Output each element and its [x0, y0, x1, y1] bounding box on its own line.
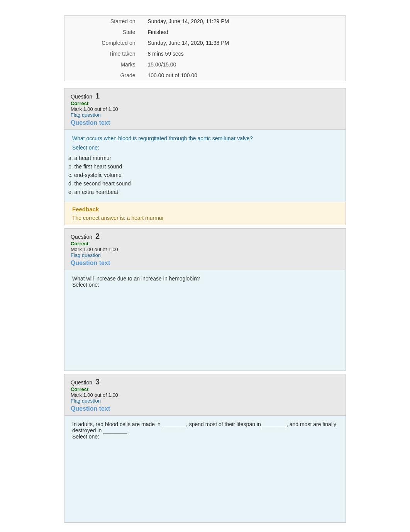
question-block-2: Question 2 Correct Mark 1.00 out of 1.00…: [64, 228, 346, 371]
summary-value: Sunday, June 14, 2020, 11:38 PM: [142, 37, 346, 48]
question-text-label: Question text: [71, 405, 339, 412]
summary-label: Grade: [64, 70, 142, 81]
summary-label: Started on: [64, 16, 142, 27]
question-body-text: What will increase due to an increase in…: [72, 275, 338, 282]
question-block-3: Question 3 Correct Mark 1.00 out of 1.00…: [64, 374, 346, 523]
question-body-1: What occurs when blood is regurgitated t…: [64, 130, 346, 202]
question-mark: Mark 1.00 out of 1.00: [71, 246, 339, 252]
summary-value: Sunday, June 14, 2020, 11:29 PM: [142, 16, 346, 27]
summary-label: Time taken: [64, 48, 142, 59]
feedback-title: Feedback: [72, 206, 338, 212]
summary-label: State: [64, 27, 142, 37]
question-text-label: Question text: [71, 260, 339, 267]
summary-row: Grade 100.00 out of 100.00: [64, 70, 346, 81]
question-label: Question: [71, 379, 92, 386]
select-one-label: Select one:: [72, 144, 338, 151]
summary-row: Marks 15.00/15.00: [64, 59, 346, 70]
summary-row: State Finished: [64, 27, 346, 37]
feedback-text: The correct answer is: a heart murmur: [72, 215, 338, 221]
question-mark: Mark 1.00 out of 1.00: [71, 392, 339, 398]
question-body-text: What occurs when blood is regurgitated t…: [72, 135, 338, 141]
question-status: Correct: [71, 386, 339, 392]
summary-value: Finished: [142, 27, 346, 37]
summary-row: Completed on Sunday, June 14, 2020, 11:3…: [64, 37, 346, 48]
question-number-line: Question 1: [71, 92, 339, 100]
flag-question-link[interactable]: Flag question: [71, 398, 339, 404]
question-mark: Mark 1.00 out of 1.00: [71, 106, 339, 112]
question-label: Question: [71, 234, 92, 240]
summary-row: Started on Sunday, June 14, 2020, 11:29 …: [64, 16, 346, 27]
question-number: 3: [95, 377, 100, 386]
question-status: Correct: [71, 241, 339, 246]
answer-option[interactable]: d. the second heart sound: [68, 179, 338, 188]
answer-option[interactable]: a. a heart murmur: [68, 154, 338, 162]
question-number-line: Question 3: [71, 377, 339, 386]
summary-value: 15.00/15.00: [142, 59, 346, 70]
question-number: 2: [95, 232, 100, 240]
answer-option[interactable]: c. end-systolic volume: [68, 171, 338, 179]
question-body-2: What will increase due to an increase in…: [64, 270, 346, 371]
question-label: Question: [71, 93, 92, 100]
flag-question-link[interactable]: Flag question: [71, 252, 339, 258]
question-status: Correct: [71, 100, 339, 106]
answer-option[interactable]: b. the first heart sound: [68, 162, 338, 171]
question-header-3: Question 3 Correct Mark 1.00 out of 1.00…: [64, 374, 346, 416]
flag-question-link[interactable]: Flag question: [71, 112, 339, 118]
answer-options: a. a heart murmurb. the first heart soun…: [68, 154, 338, 196]
select-one-label: Select one:: [72, 433, 338, 440]
answer-area-blank: [72, 288, 338, 365]
question-body-3: In adults, red blood cells are made in _…: [64, 416, 346, 522]
question-header-1: Question 1 Correct Mark 1.00 out of 1.00…: [64, 88, 346, 130]
page-wrapper: Started on Sunday, June 14, 2020, 11:29 …: [0, 0, 410, 532]
summary-label: Completed on: [64, 37, 142, 48]
question-number-line: Question 2: [71, 232, 339, 241]
summary-value: 100.00 out of 100.00: [142, 70, 346, 81]
question-number: 1: [95, 92, 100, 100]
feedback-block: Feedback The correct answer is: a heart …: [64, 202, 346, 225]
summary-row: Time taken 8 mins 59 secs: [64, 48, 346, 59]
question-text-label: Question text: [71, 119, 339, 126]
question-header-2: Question 2 Correct Mark 1.00 out of 1.00…: [64, 229, 346, 270]
summary-table: Started on Sunday, June 14, 2020, 11:29 …: [64, 15, 346, 81]
summary-label: Marks: [64, 59, 142, 70]
answer-option[interactable]: e. an extra heartbeat: [68, 188, 338, 196]
select-one-label: Select one:: [72, 282, 338, 288]
answer-area-blank: [72, 440, 338, 517]
question-block-1: Question 1 Correct Mark 1.00 out of 1.00…: [64, 88, 346, 225]
summary-value: 8 mins 59 secs: [142, 48, 346, 59]
question-body-text: In adults, red blood cells are made in _…: [72, 421, 338, 433]
